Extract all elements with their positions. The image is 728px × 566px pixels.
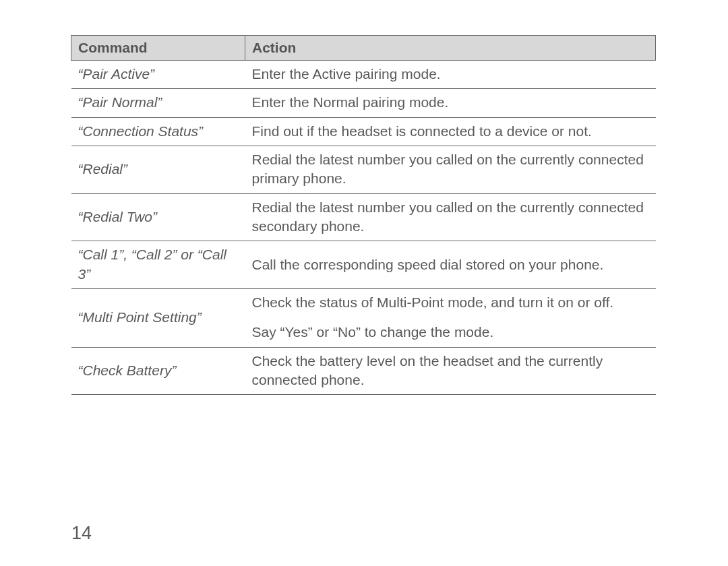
header-action: Action xyxy=(245,36,656,61)
table-row: “Multi Point Setting” Check the status o… xyxy=(71,289,656,348)
page-number: 14 xyxy=(71,523,92,544)
table-row: “Redial” Redial the latest number you ca… xyxy=(71,146,656,194)
header-command: Command xyxy=(71,36,245,61)
action-cell: Enter the Active pairing mode. xyxy=(245,61,656,89)
action-cell: Redial the latest number you called on t… xyxy=(245,146,656,194)
command-cell: “Connection Status” xyxy=(71,117,245,146)
command-cell: “Check Battery” xyxy=(71,347,245,395)
table-header-row: Command Action xyxy=(71,36,656,61)
action-cell: Check the status of Multi-Point mode, an… xyxy=(245,289,656,348)
action-cell: Find out if the headset is connected to … xyxy=(245,117,656,146)
action-cell: Enter the Normal pairing mode. xyxy=(245,89,656,117)
command-cell: “Redial Two” xyxy=(71,193,245,241)
command-cell: “Pair Normal” xyxy=(71,89,245,117)
table-row: “Check Battery” Check the battery level … xyxy=(71,347,656,395)
command-cell: “Pair Active” xyxy=(71,61,245,89)
action-cell: Redial the latest number you called on t… xyxy=(245,193,656,241)
table-row: “Redial Two” Redial the latest number yo… xyxy=(71,193,656,241)
command-cell: “Redial” xyxy=(71,146,245,194)
command-cell: “Multi Point Setting” xyxy=(71,289,245,348)
action-paragraph: Say “Yes” or “No” to change the mode. xyxy=(252,323,649,342)
action-paragraph: Check the status of Multi-Point mode, an… xyxy=(252,293,649,312)
table-row: “Connection Status” Find out if the head… xyxy=(71,117,656,146)
commands-table-container: Command Action “Pair Active” Enter the A… xyxy=(71,35,656,395)
action-cell: Call the corresponding speed dial stored… xyxy=(245,241,656,289)
table-row: “Pair Active” Enter the Active pairing m… xyxy=(71,61,656,89)
table-row: “Call 1”, “Call 2” or “Call 3” Call the … xyxy=(71,241,656,289)
table-row: “Pair Normal” Enter the Normal pairing m… xyxy=(71,89,656,117)
command-cell: “Call 1”, “Call 2” or “Call 3” xyxy=(71,241,245,289)
action-cell: Check the battery level on the headset a… xyxy=(245,347,656,395)
commands-table: Command Action “Pair Active” Enter the A… xyxy=(71,35,656,395)
